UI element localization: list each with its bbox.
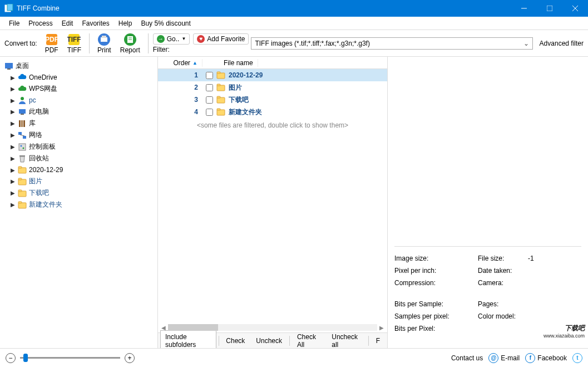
- expand-arrow-icon[interactable]: ▶: [10, 190, 16, 196]
- expand-arrow-icon[interactable]: ▶: [10, 109, 16, 115]
- svg-rect-43: [217, 84, 220, 86]
- folder-icon: [18, 165, 27, 174]
- expand-arrow-icon[interactable]: ▶: [10, 120, 16, 126]
- convert-pdf-button[interactable]: PDF PDF: [42, 32, 62, 55]
- menubar: File Process Edit Favorites Help Buy 5% …: [0, 17, 588, 30]
- facebook-link[interactable]: fFacebook: [525, 353, 567, 363]
- row-checkbox[interactable]: [206, 96, 213, 104]
- twitter-icon[interactable]: t: [572, 353, 582, 363]
- zoom-slider[interactable]: [20, 357, 120, 359]
- report-button[interactable]: Report: [117, 32, 144, 55]
- tree-root-desktop[interactable]: 桌面: [2, 60, 155, 72]
- f-button[interactable]: F: [371, 334, 385, 348]
- row-checkbox[interactable]: [206, 72, 213, 79]
- tree-item[interactable]: ▶库: [2, 118, 155, 129]
- meta-spp-label: Samples per pixel:: [394, 312, 478, 320]
- uncheck-all-button[interactable]: Uncheck all: [327, 330, 366, 349]
- tree-item[interactable]: ▶图片: [2, 175, 155, 187]
- folder-icon: [18, 189, 27, 198]
- tree-item[interactable]: ▶OneDrive: [2, 72, 155, 83]
- pdf-icon: PDF: [45, 33, 58, 46]
- expand-arrow-icon[interactable]: ▶: [10, 86, 16, 92]
- tree-item[interactable]: ▶pc: [2, 95, 155, 106]
- expand-arrow-icon[interactable]: ▶: [10, 155, 16, 162]
- row-checkbox[interactable]: [206, 109, 213, 116]
- column-filename[interactable]: File name: [219, 59, 258, 67]
- menu-process[interactable]: Process: [24, 18, 57, 29]
- tree-item-label: OneDrive: [29, 74, 57, 81]
- folder-icon: [216, 71, 225, 80]
- cloud-icon: [18, 73, 27, 82]
- expand-arrow-icon[interactable]: ▶: [10, 144, 16, 150]
- tree-item[interactable]: ▶回收站: [2, 153, 155, 164]
- menu-buy-discount[interactable]: Buy 5% discount: [136, 18, 195, 29]
- include-subfolders-button[interactable]: Include subfolders: [160, 330, 216, 349]
- add-favorite-button[interactable]: ♥Add Favorite: [193, 33, 249, 45]
- tree-item[interactable]: ▶控制面板: [2, 141, 155, 153]
- email-link[interactable]: @E-mail: [488, 353, 520, 363]
- list-row[interactable]: 4新建文件夹: [158, 106, 387, 118]
- contact-us-link[interactable]: Contact us: [451, 354, 483, 362]
- convert-tiff-button[interactable]: TIFF TIFF: [64, 32, 85, 55]
- print-button[interactable]: Print: [94, 32, 115, 55]
- expand-arrow-icon[interactable]: ▶: [10, 97, 16, 104]
- svg-rect-47: [217, 109, 220, 110]
- file-list-panel: Order▲ File name 12020-12-292图片3下载吧4新建文件…: [158, 57, 388, 348]
- tree-item[interactable]: ▶网络: [2, 129, 155, 141]
- check-all-button[interactable]: Check All: [292, 330, 325, 349]
- menu-help[interactable]: Help: [114, 18, 137, 29]
- tree-item[interactable]: ▶WPS网盘: [2, 83, 155, 95]
- zoom-slider-knob[interactable]: [23, 354, 28, 362]
- scrollbar-thumb[interactable]: [168, 324, 218, 331]
- minimize-button[interactable]: [511, 0, 537, 17]
- go-arrow-icon: →: [157, 35, 165, 43]
- maximize-button[interactable]: [537, 0, 562, 17]
- scroll-right-icon[interactable]: ▶: [379, 325, 384, 331]
- list-row[interactable]: 12020-12-29: [158, 69, 387, 81]
- row-checkbox[interactable]: [206, 84, 213, 91]
- menu-favorites[interactable]: Favorites: [77, 18, 113, 29]
- report-icon: [123, 33, 137, 46]
- zoom-out-button[interactable]: −: [6, 353, 16, 363]
- svg-rect-18: [7, 68, 11, 70]
- tree-item-label: 新建文件夹: [29, 200, 62, 209]
- zoom-in-button[interactable]: +: [125, 353, 135, 363]
- expand-arrow-icon[interactable]: ▶: [10, 178, 16, 184]
- filter-label: Filter:: [153, 46, 170, 53]
- tree-item-label: 2020-12-29: [29, 166, 63, 174]
- filter-dropdown[interactable]: TIFF images (*.tif;*.tiff;*.fax;*.g3n;*.…: [251, 37, 532, 50]
- column-order[interactable]: Order▲: [158, 59, 202, 67]
- svg-rect-31: [19, 155, 25, 156]
- svg-rect-35: [18, 178, 22, 180]
- list-row[interactable]: 2图片: [158, 81, 387, 94]
- folder-tree[interactable]: 桌面 ▶OneDrive▶WPS网盘▶pc▶此电脑▶库▶网络▶控制面板▶回收站▶…: [0, 57, 158, 348]
- tree-item[interactable]: ▶新建文件夹: [2, 199, 155, 211]
- expand-arrow-icon[interactable]: ▶: [10, 167, 16, 173]
- svg-rect-26: [23, 136, 26, 139]
- uncheck-button[interactable]: Uncheck: [251, 334, 287, 348]
- filtered-files-message[interactable]: <some files are filtered, double click t…: [158, 118, 387, 133]
- svg-rect-21: [21, 114, 24, 115]
- expand-arrow-icon[interactable]: ▶: [10, 202, 16, 208]
- list-row[interactable]: 3下载吧: [158, 94, 387, 106]
- tree-item[interactable]: ▶2020-12-29: [2, 164, 155, 175]
- advanced-filter-link[interactable]: Advanced filter: [540, 40, 584, 47]
- expand-arrow-icon[interactable]: ▶: [10, 75, 16, 81]
- svg-rect-25: [18, 132, 22, 135]
- tree-item-label: 库: [29, 119, 36, 128]
- row-filename: 下载吧: [229, 95, 249, 105]
- go-button[interactable]: →Go..▼: [153, 33, 190, 45]
- tree-item[interactable]: ▶下载吧: [2, 187, 155, 199]
- close-button[interactable]: [562, 0, 588, 17]
- meta-bps-label: Bits per Sample:: [394, 300, 478, 308]
- expand-arrow-icon[interactable]: ▶: [10, 132, 16, 138]
- svg-rect-17: [5, 63, 13, 68]
- menu-file[interactable]: File: [4, 18, 24, 29]
- svg-rect-20: [19, 109, 26, 114]
- menu-edit[interactable]: Edit: [57, 18, 78, 29]
- list-body[interactable]: 12020-12-292图片3下载吧4新建文件夹<some files are …: [158, 69, 387, 322]
- row-order: 3: [158, 96, 202, 104]
- tree-item[interactable]: ▶此电脑: [2, 106, 155, 118]
- toolbar: Convert to: PDF PDF TIFF TIFF Print Repo…: [0, 30, 588, 57]
- check-button[interactable]: Check: [221, 334, 250, 348]
